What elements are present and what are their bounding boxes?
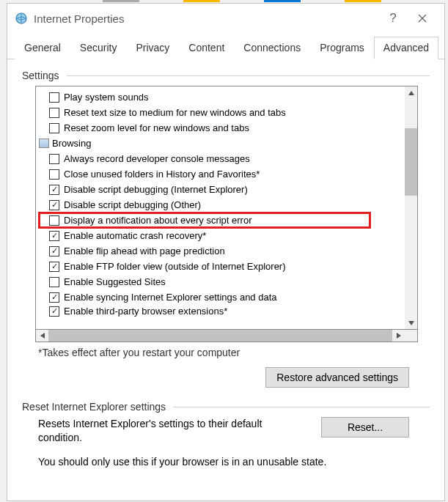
restart-note: *Takes effect after you restart your com…	[38, 347, 430, 358]
reset-label: Reset Internet Explorer settings	[22, 401, 169, 413]
close-button[interactable]	[408, 8, 437, 29]
settings-item[interactable]: Display a notification about every scrip…	[39, 213, 370, 228]
other-window-stubs	[0, 0, 448, 2]
settings-item[interactable]: Enable Suggested Sites	[36, 274, 405, 289]
settings-item[interactable]: Play system sounds	[36, 89, 405, 105]
checkbox[interactable]	[49, 169, 59, 180]
checkbox[interactable]	[49, 92, 59, 103]
settings-item[interactable]: Reset text size to medium for new window…	[36, 105, 405, 120]
checkbox[interactable]	[49, 277, 59, 287]
vertical-scrollbar[interactable]	[405, 86, 417, 329]
item-label: Enable syncing Internet Explorer setting…	[64, 292, 277, 303]
settings-group-header: Settings	[22, 70, 430, 81]
settings-item[interactable]: Enable FTP folder view (outside of Inter…	[36, 259, 405, 274]
settings-item[interactable]: Close unused folders in History and Favo…	[36, 166, 405, 182]
item-label: Enable flip ahead with page prediction	[64, 246, 225, 256]
checkbox[interactable]	[49, 185, 59, 195]
tab-programs[interactable]: Programs	[310, 37, 374, 59]
tab-connections[interactable]: Connections	[234, 37, 310, 59]
category-icon	[39, 139, 49, 148]
settings-label: Settings	[22, 70, 62, 81]
tab-security[interactable]: Security	[70, 37, 127, 59]
reset-description: Resets Internet Explorer's settings to t…	[38, 417, 306, 445]
checkbox[interactable]	[49, 292, 59, 303]
scroll-up-button[interactable]	[405, 86, 417, 99]
settings-item[interactable]: Enable flip ahead with page prediction	[36, 243, 405, 259]
titlebar: Internet Properties ?	[7, 4, 444, 33]
h-scroll-thumb[interactable]	[48, 330, 392, 342]
tab-strip: General Security Privacy Content Connect…	[7, 33, 444, 59]
horizontal-scrollbar[interactable]	[35, 330, 418, 342]
item-label: Enable automatic crash recovery*	[64, 230, 206, 241]
scroll-down-button[interactable]	[405, 317, 417, 329]
checkbox[interactable]	[49, 231, 59, 241]
item-label: Close unused folders in History and Favo…	[64, 169, 260, 180]
item-label: Browsing	[52, 138, 91, 149]
settings-item[interactable]: Reset zoom level for new windows and tab…	[36, 120, 405, 136]
settings-item[interactable]: Disable script debugging (Other)	[36, 197, 405, 213]
reset-warning: You should only use this if your browser…	[38, 455, 430, 469]
settings-item[interactable]: Disable script debugging (Internet Explo…	[36, 182, 405, 197]
checkbox[interactable]	[49, 123, 59, 133]
checkbox[interactable]	[49, 215, 59, 226]
scroll-thumb[interactable]	[405, 128, 417, 196]
checkbox[interactable]	[49, 246, 59, 256]
checkbox[interactable]	[49, 108, 59, 118]
item-label: Reset zoom level for new windows and tab…	[64, 122, 249, 133]
tab-advanced[interactable]: Advanced	[374, 37, 438, 59]
settings-item[interactable]: Always record developer console messages	[36, 151, 405, 166]
tab-general[interactable]: General	[15, 37, 70, 59]
item-label: Reset text size to medium for new window…	[64, 107, 286, 118]
tab-privacy[interactable]: Privacy	[126, 37, 179, 59]
item-label: Enable Suggested Sites	[64, 276, 166, 287]
help-button[interactable]: ?	[378, 8, 408, 29]
restore-advanced-settings-button[interactable]: Restore advanced settings	[265, 367, 409, 388]
item-label: Disable script debugging (Other)	[64, 199, 201, 210]
item-label: Play system sounds	[64, 92, 149, 103]
settings-item[interactable]: Enable third-party browser extensions*	[36, 305, 405, 317]
item-label: Disable script debugging (Internet Explo…	[64, 184, 248, 195]
item-label: Enable third-party browser extensions*	[64, 306, 227, 317]
internet-properties-dialog: Internet Properties ? General Security P…	[7, 3, 445, 501]
scroll-track[interactable]	[405, 99, 417, 317]
reset-group-header: Reset Internet Explorer settings	[22, 401, 430, 413]
checkbox[interactable]	[49, 262, 59, 272]
checkbox[interactable]	[49, 154, 59, 164]
item-label: Always record developer console messages	[64, 153, 250, 164]
settings-listbox[interactable]: Play system soundsReset text size to med…	[35, 86, 418, 330]
settings-category: Browsing	[36, 136, 405, 151]
window-title: Internet Properties	[34, 12, 378, 25]
item-label: Enable FTP folder view (outside of Inter…	[64, 261, 286, 272]
settings-item[interactable]: Enable automatic crash recovery*	[36, 228, 405, 243]
tab-content[interactable]: Content	[179, 37, 234, 59]
checkbox[interactable]	[49, 306, 59, 317]
checkbox[interactable]	[49, 200, 59, 210]
internet-options-icon	[15, 12, 28, 25]
item-label: Display a notification about every scrip…	[64, 215, 252, 226]
reset-button[interactable]: Reset...	[321, 417, 409, 438]
scroll-left-button[interactable]	[36, 330, 48, 342]
settings-item[interactable]: Enable syncing Internet Explorer setting…	[36, 289, 405, 305]
scroll-right-button[interactable]	[392, 330, 405, 342]
